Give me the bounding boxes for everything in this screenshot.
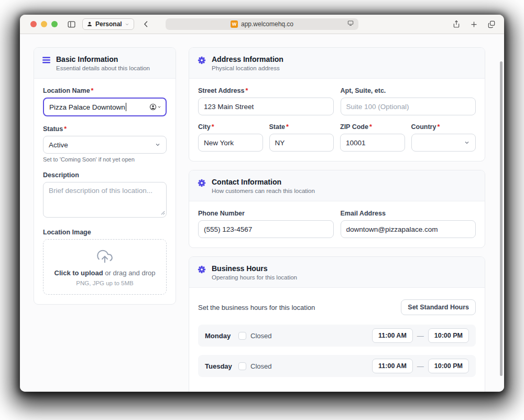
page-content: Basic Information Essential details abou… — [20, 34, 504, 392]
business-hours-card: Business Hours Operating hours for this … — [189, 256, 485, 392]
chevron-down-icon — [464, 139, 470, 146]
email-address-input[interactable] — [341, 220, 476, 238]
description-label: Description — [43, 171, 167, 179]
open-time-select[interactable]: 11:00 AM — [372, 359, 413, 373]
address-information-card: Address Information Physical location ad… — [189, 47, 485, 161]
street-address-input[interactable] — [198, 98, 334, 115]
card-subtitle: Operating hours for this location — [212, 274, 297, 281]
email-address-label: Email Address — [341, 210, 476, 217]
card-subtitle: Essential details about this location — [56, 65, 150, 71]
hours-intro-text: Set the business hours for this location — [198, 304, 315, 311]
closed-checkbox[interactable] — [238, 332, 246, 340]
time-separator: — — [417, 362, 424, 370]
state-label: State* — [269, 123, 334, 131]
zip-code-label: ZIP Code* — [340, 123, 405, 131]
tab-overview-icon[interactable] — [487, 20, 496, 28]
site-favicon: W — [231, 20, 238, 28]
description-textarea[interactable] — [43, 182, 167, 218]
state-input[interactable] — [269, 134, 334, 152]
day-label: Monday — [205, 332, 232, 340]
profile-button[interactable]: Personal — [82, 18, 134, 30]
card-title: Basic Information — [56, 55, 150, 64]
status-helper-text: Set to 'Coming Soon' if not yet open — [43, 156, 167, 163]
contact-information-card: Contact Information How customers can re… — [189, 170, 485, 248]
zoom-window-button[interactable] — [51, 21, 58, 27]
browser-toolbar: Personal W app.welcomehq.co — [20, 15, 504, 34]
autofill-contact-icon[interactable] — [149, 103, 161, 111]
card-subtitle: Physical location address — [212, 65, 283, 71]
sidebar-toggle-icon[interactable] — [67, 20, 76, 29]
traffic-lights — [30, 21, 58, 27]
status-select[interactable]: Active — [43, 136, 167, 154]
back-button[interactable] — [141, 19, 151, 29]
image-upload-dropzone[interactable]: Click to upload or drag and drop PNG, JP… — [43, 239, 167, 295]
day-label: Tuesday — [205, 362, 232, 370]
card-subtitle: How customers can reach this location — [212, 188, 315, 194]
country-select[interactable] — [411, 134, 476, 152]
gear-icon — [198, 56, 206, 67]
upload-instruction: Click to upload or drag and drop — [54, 269, 156, 277]
phone-number-input[interactable] — [198, 220, 334, 238]
apt-suite-label: Apt, Suite, etc. — [341, 87, 476, 94]
street-address-label: Street Address* — [198, 87, 334, 94]
text-caret — [126, 103, 127, 111]
resize-handle-icon[interactable] — [160, 208, 165, 217]
phone-number-label: Phone Number — [198, 210, 334, 217]
gear-icon — [198, 265, 206, 276]
chevron-down-icon — [155, 142, 161, 148]
browser-window: Personal W app.welcomehq.co — [20, 15, 504, 392]
list-icon — [42, 56, 50, 66]
time-separator: — — [417, 332, 424, 340]
minimize-window-button[interactable] — [41, 21, 47, 27]
country-label: Country* — [411, 123, 476, 131]
page-settings-icon[interactable] — [347, 19, 354, 29]
closed-label: Closed — [250, 332, 271, 340]
person-icon — [86, 21, 93, 27]
gear-icon — [198, 179, 206, 189]
city-label: City* — [198, 123, 263, 131]
city-input[interactable] — [198, 134, 263, 152]
scrollbar[interactable] — [500, 61, 503, 376]
chevron-down-icon — [157, 105, 161, 109]
card-title: Address Information — [212, 55, 283, 64]
location-name-input[interactable]: Pizza Palace Downtown — [43, 98, 167, 116]
url-bar[interactable]: W app.welcomehq.co — [166, 18, 358, 30]
close-time-select[interactable]: 10:00 PM — [428, 359, 469, 373]
new-tab-icon[interactable] — [470, 20, 478, 28]
set-standard-hours-button[interactable]: Set Standard Hours — [401, 299, 476, 315]
upload-hint: PNG, JPG up to 5MB — [76, 280, 133, 286]
close-window-button[interactable] — [30, 21, 37, 27]
apt-suite-input[interactable] — [341, 98, 476, 115]
hours-row-monday: Monday Closed 11:00 AM — 10:00 PM — [198, 325, 476, 347]
profile-label: Personal — [95, 20, 122, 28]
location-image-label: Location Image — [43, 229, 167, 236]
basic-information-card: Basic Information Essential details abou… — [34, 47, 176, 305]
closed-label: Closed — [250, 362, 271, 370]
card-title: Contact Information — [212, 177, 315, 187]
hours-row-tuesday: Tuesday Closed 11:00 AM — 10:00 PM — [198, 355, 476, 377]
upload-cloud-icon — [97, 249, 113, 264]
location-name-label: Location Name* — [43, 87, 167, 94]
open-time-select[interactable]: 11:00 AM — [372, 328, 413, 343]
status-label: Status* — [43, 125, 167, 133]
share-icon[interactable] — [452, 20, 461, 28]
chevron-down-icon — [125, 22, 129, 27]
card-title: Business Hours — [212, 264, 297, 273]
zip-code-input[interactable] — [340, 134, 405, 152]
url-text: app.welcomehq.co — [241, 20, 293, 28]
close-time-select[interactable]: 10:00 PM — [428, 328, 469, 343]
closed-checkbox[interactable] — [238, 362, 246, 370]
